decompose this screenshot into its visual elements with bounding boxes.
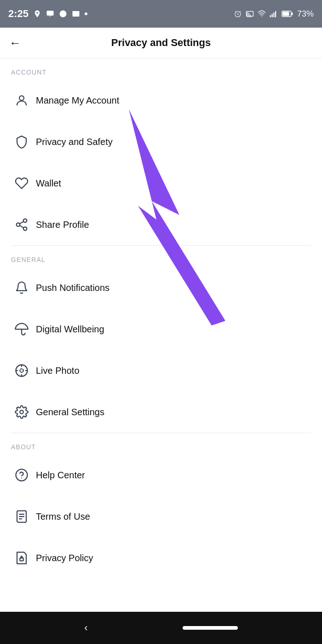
signal-icon [270, 10, 278, 18]
alarm-icon [234, 10, 242, 18]
file-text-icon [11, 506, 32, 527]
push-notifications-label: Push Notifications [36, 283, 109, 293]
menu-item-privacy-policy[interactable]: Privacy Policy [0, 537, 322, 579]
svg-rect-8 [270, 15, 271, 17]
svg-rect-7 [246, 12, 253, 17]
mail-icon [72, 10, 80, 18]
dot-indicator [85, 12, 87, 15]
svg-rect-11 [275, 11, 276, 17]
battery-icon [282, 10, 293, 18]
wifi-icon [258, 10, 266, 18]
aperture-icon [11, 360, 32, 381]
menu-item-manage-account[interactable]: Manage My Account [0, 80, 322, 121]
section-general: GENERAL Push Notifications Digital Wellb… [0, 246, 322, 433]
terms-of-use-label: Terms of Use [36, 511, 90, 522]
share-icon [11, 214, 32, 235]
menu-item-wallet[interactable]: Wallet [0, 162, 322, 204]
location-icon [33, 10, 41, 18]
svg-point-16 [19, 96, 24, 100]
phone-body: ← Privacy and Settings ACCOUNT Manage My… [0, 28, 322, 644]
nav-back-button[interactable]: ‹ [84, 622, 87, 634]
help-circle-icon [11, 464, 32, 486]
file-lock-icon [11, 547, 32, 569]
menu-item-privacy-safety[interactable]: Privacy and Safety [0, 121, 322, 162]
svg-rect-0 [47, 11, 54, 16]
svg-rect-35 [20, 558, 23, 561]
bottom-nav: ‹ [0, 612, 322, 644]
privacy-safety-label: Privacy and Safety [36, 137, 113, 147]
message-square-icon [46, 10, 54, 18]
live-photo-label: Live Photo [36, 366, 80, 376]
section-account: ACCOUNT Manage My Account Privacy and Sa… [0, 58, 322, 245]
back-button[interactable]: ← [9, 37, 21, 49]
content-area: ACCOUNT Manage My Account Privacy and Sa… [0, 58, 322, 612]
svg-point-28 [20, 410, 23, 414]
menu-item-general-settings[interactable]: General Settings [0, 391, 322, 433]
svg-point-23 [20, 369, 23, 372]
svg-rect-9 [271, 14, 272, 17]
section-label-about: ABOUT [0, 433, 322, 454]
menu-item-share-profile[interactable]: Share Profile [0, 204, 322, 245]
menu-item-live-photo[interactable]: Live Photo [0, 350, 322, 391]
menu-item-push-notifications[interactable]: Push Notifications [0, 267, 322, 308]
help-center-label: Help Center [36, 470, 85, 481]
bell-icon [11, 277, 32, 298]
battery-percent: 73% [297, 9, 314, 19]
nav-home-pill[interactable] [183, 626, 238, 630]
svg-line-21 [20, 221, 24, 224]
section-label-account: ACCOUNT [0, 58, 322, 80]
menu-item-help-center[interactable]: Help Center [0, 454, 322, 496]
settings-icon [11, 401, 32, 423]
status-time: 2:25 [8, 8, 29, 20]
svg-line-20 [20, 226, 24, 228]
svg-point-4 [64, 13, 65, 14]
privacy-policy-label: Privacy Policy [36, 553, 93, 563]
shield-icon [11, 131, 32, 152]
umbrella-icon [11, 319, 32, 340]
svg-point-29 [16, 470, 28, 481]
section-about: ABOUT Help Center Terms of Use Privacy P… [0, 433, 322, 579]
wallet-icon [11, 173, 32, 194]
section-label-general: GENERAL [0, 246, 322, 267]
svg-point-2 [61, 13, 62, 14]
wallet-label: Wallet [36, 178, 61, 189]
menu-item-digital-wellbeing[interactable]: Digital Wellbeing [0, 308, 322, 350]
person-icon [11, 90, 32, 111]
cast-icon [246, 10, 254, 18]
header: ← Privacy and Settings [0, 28, 322, 58]
share-profile-label: Share Profile [36, 220, 89, 230]
page-title: Privacy and Settings [111, 37, 211, 49]
status-left: 2:25 [8, 8, 87, 20]
general-settings-label: General Settings [36, 407, 104, 418]
bubble-icon [59, 10, 67, 18]
status-bar: 2:25 73% [0, 0, 322, 28]
menu-item-terms-of-use[interactable]: Terms of Use [0, 496, 322, 537]
svg-rect-13 [292, 12, 293, 15]
status-right: 73% [234, 9, 314, 19]
svg-rect-10 [273, 12, 274, 17]
svg-point-3 [63, 13, 63, 14]
digital-wellbeing-label: Digital Wellbeing [36, 324, 104, 335]
manage-account-label: Manage My Account [36, 95, 119, 106]
svg-rect-14 [282, 12, 289, 16]
